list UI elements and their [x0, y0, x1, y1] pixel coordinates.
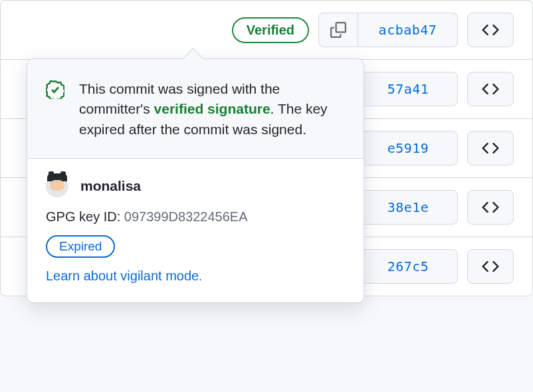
commit-sha-link[interactable]: 57a41 [358, 72, 458, 106]
commit-sha-link[interactable]: acbab47 [358, 13, 458, 47]
browse-code-button[interactable] [467, 131, 514, 165]
copy-sha-button[interactable] [318, 13, 358, 47]
signature-popover: This commit was signed with the committe… [27, 58, 364, 303]
expired-badge: Expired [46, 235, 115, 258]
popover-message: This commit was signed with the committe… [79, 79, 345, 140]
avatar [46, 175, 68, 197]
learn-row: Learn about vigilant mode. [46, 268, 345, 284]
code-icon [482, 21, 499, 39]
code-icon [482, 199, 499, 216]
verified-badge[interactable]: Verified [232, 17, 309, 43]
gpg-key-row: GPG key ID: 097399D8322456EA [46, 209, 345, 225]
verified-icon [46, 80, 64, 140]
vigilant-mode-link[interactable]: Learn about vigilant mode [46, 268, 199, 283]
signer-username[interactable]: monalisa [80, 178, 141, 194]
commit-sha-link[interactable]: 267c5 [358, 249, 458, 284]
signer-row: monalisa [46, 175, 345, 197]
browse-code-button[interactable] [467, 190, 514, 225]
learn-suffix: . [199, 271, 201, 282]
gpg-key-label: GPG key ID: [46, 209, 124, 224]
commit-row: Verified acbab47 [1, 1, 532, 60]
gpg-key-id: 097399D8322456EA [124, 209, 248, 224]
verified-signature-link[interactable]: verified signature [154, 101, 270, 116]
code-icon [482, 258, 499, 275]
browse-code-button[interactable] [467, 72, 514, 106]
commit-sha-link[interactable]: 38e1e [358, 190, 458, 225]
commit-sha-link[interactable]: e5919 [358, 131, 458, 165]
browse-code-button[interactable] [467, 249, 514, 284]
copy-icon [330, 22, 346, 38]
popover-header: This commit was signed with the committe… [27, 59, 364, 159]
popover-body: monalisa GPG key ID: 097399D8322456EA Ex… [27, 159, 364, 302]
sha-group: acbab47 [318, 13, 458, 47]
browse-code-button[interactable] [467, 13, 514, 47]
code-icon [482, 140, 499, 157]
code-icon [482, 80, 499, 98]
key-status-row: Expired [46, 235, 345, 268]
